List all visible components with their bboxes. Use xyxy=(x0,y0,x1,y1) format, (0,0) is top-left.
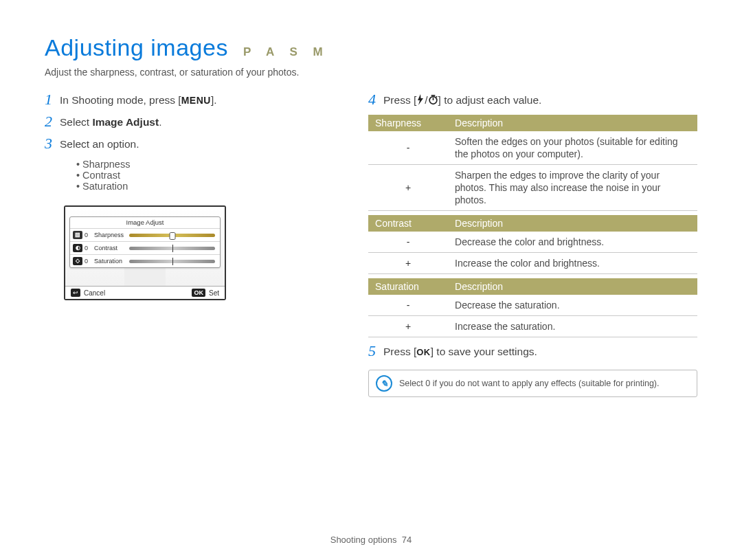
step-3: 3 Select an option. xyxy=(45,137,368,152)
option-bullets: Sharpness Contrast Saturation xyxy=(76,159,368,192)
symbol-cell: + xyxy=(368,253,448,274)
page-title: Adjusting images xyxy=(45,34,228,61)
step-1: 1 In Shooting mode, press [MENU]. xyxy=(45,93,368,108)
contrast-slider xyxy=(129,247,215,250)
step-number: 3 xyxy=(45,137,60,150)
desc-cell: Decrease the saturation. xyxy=(448,295,697,316)
cancel-label: Cancel xyxy=(84,289,105,297)
ok-key-icon: OK xyxy=(416,347,431,357)
step-number: 1 xyxy=(45,93,60,107)
contrast-icon: ◐ xyxy=(73,244,82,252)
step-text: Press [ xyxy=(383,94,416,106)
menu-key-icon: MENU xyxy=(181,95,211,106)
table-row: + Increase the saturation. xyxy=(368,316,697,337)
note-text: Select 0 if you do not want to apply any… xyxy=(399,379,659,388)
flash-icon xyxy=(416,94,425,105)
step-number: 5 xyxy=(368,344,383,358)
step-number: 2 xyxy=(45,115,60,128)
step-text-post: ] to save your settings. xyxy=(431,346,537,357)
sharpness-value: 0 xyxy=(85,232,91,238)
table-row: - Soften the edges on your photos (suita… xyxy=(368,131,697,165)
page-footer: Shooting options 74 xyxy=(0,535,742,545)
saturation-table: Saturation Description - Decrease the sa… xyxy=(368,278,697,337)
saturation-label: Saturation xyxy=(94,258,127,265)
back-icon: ↩ xyxy=(71,289,80,297)
desc-cell: Increase the color and brightness. xyxy=(448,253,697,274)
bullet-sharpness: Sharpness xyxy=(76,159,368,170)
sharpness-table: Sharpness Description - Soften the edges… xyxy=(368,115,697,211)
table-row: + Sharpen the edges to improve the clari… xyxy=(368,165,697,211)
note-box: ✎ Select 0 if you do not want to apply a… xyxy=(368,370,697,397)
step-text-post: ]. xyxy=(211,94,217,106)
symbol-cell: + xyxy=(368,165,448,211)
footer-page-number: 74 xyxy=(402,535,412,545)
symbol-cell: - xyxy=(368,131,448,165)
symbol-cell: - xyxy=(368,295,448,316)
step-text: In Shooting mode, press [ xyxy=(60,94,181,106)
step-text-post: . xyxy=(159,116,161,128)
step-5: 5 Press [OK] to save your settings. xyxy=(368,344,697,360)
table-header: Description xyxy=(448,115,697,131)
mode-badges: P A S M xyxy=(243,45,329,59)
footer-section: Shooting options xyxy=(330,535,397,545)
ok-key-icon: OK xyxy=(192,289,205,297)
desc-cell: Sharpen the edges to improve the clarity… xyxy=(448,165,697,211)
step-4: 4 Press [/] to adjust each value. xyxy=(368,93,697,108)
contrast-table: Contrast Description - Decrease the colo… xyxy=(368,215,697,274)
saturation-value: 0 xyxy=(85,258,91,265)
table-row: + Increase the color and brightness. xyxy=(368,253,697,274)
desc-cell: Increase the saturation. xyxy=(448,316,697,337)
table-header: Description xyxy=(448,215,697,232)
table-row: - Decrease the color and brightness. xyxy=(368,232,697,253)
step-text: Select an option. xyxy=(60,137,139,152)
panel-row-saturation: ◇ 0 Saturation xyxy=(70,254,220,267)
step-text: Select xyxy=(60,116,92,128)
symbol-cell: - xyxy=(368,232,448,253)
panel-row-contrast: ◐ 0 Contrast xyxy=(70,241,220,254)
panel-row-sharpness: ▧ 0 Sharpness xyxy=(70,228,220,241)
bullet-saturation: Saturation xyxy=(76,181,368,192)
image-adjust-panel: Image Adjust ▧ 0 Sharpness ◐ 0 Contrast xyxy=(69,216,221,268)
bullet-contrast: Contrast xyxy=(76,170,368,181)
contrast-value: 0 xyxy=(85,245,91,251)
page-subtitle: Adjust the sharpness, contrast, or satur… xyxy=(45,67,697,78)
step-text: Press [ xyxy=(383,346,416,357)
image-adjust-label: Image Adjust xyxy=(92,116,159,128)
symbol-cell: + xyxy=(368,316,448,337)
contrast-label: Contrast xyxy=(94,245,127,251)
saturation-slider xyxy=(129,260,215,263)
panel-title: Image Adjust xyxy=(70,217,220,228)
table-header: Contrast xyxy=(368,215,448,232)
note-icon: ✎ xyxy=(376,375,392,392)
camera-screen-illustration: Image Adjust ▧ 0 Sharpness ◐ 0 Contrast xyxy=(64,205,226,300)
table-header: Saturation xyxy=(368,278,448,295)
sharpness-slider xyxy=(129,234,215,237)
step-number: 4 xyxy=(368,93,383,107)
sharpness-icon: ▧ xyxy=(73,231,82,239)
saturation-icon: ◇ xyxy=(73,257,82,265)
table-header: Description xyxy=(448,278,697,295)
svg-line-3 xyxy=(436,96,436,97)
desc-cell: Soften the edges on your photos (suitabl… xyxy=(448,131,697,165)
timer-icon xyxy=(428,94,438,105)
set-label: Set xyxy=(209,289,219,297)
step-2: 2 Select Image Adjust. xyxy=(45,115,368,130)
table-row: - Decrease the saturation. xyxy=(368,295,697,316)
sharpness-label: Sharpness xyxy=(94,232,127,238)
table-header: Sharpness xyxy=(368,115,448,131)
screen-footer: ↩ Cancel OK Set xyxy=(65,286,225,299)
step-text-post: ] to adjust each value. xyxy=(438,94,542,106)
desc-cell: Decrease the color and brightness. xyxy=(448,232,697,253)
